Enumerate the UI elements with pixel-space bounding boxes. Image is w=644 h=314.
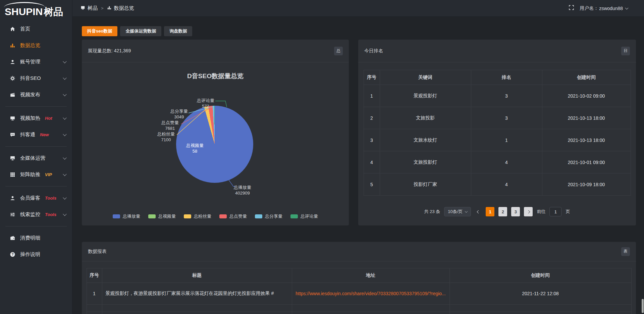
new-badge: New: [40, 132, 49, 137]
sidebar-item-clue-monitor[interactable]: 线索监控 Tools: [0, 206, 72, 223]
chevron-right-icon: [527, 210, 530, 213]
sidebar-item-label: 会员爆客: [20, 195, 40, 201]
table-row: 4 文旅投影灯 4 2021-10-01 09:00: [364, 151, 631, 173]
table-cell: 2021-10-13 18:00: [542, 129, 631, 151]
legend-item[interactable]: 总评论量: [290, 213, 318, 219]
table-badge-button[interactable]: 表: [621, 247, 630, 256]
day-badge-button[interactable]: 日: [621, 47, 630, 55]
breadcrumb-item-shupin[interactable]: 树品: [80, 5, 98, 11]
goto-suffix: 页: [566, 209, 570, 215]
content: 抖音seo数据 全媒体运营数据 询盘数据 展现量总数: 421,369 总 D音…: [72, 17, 644, 314]
sidebar-item-expense-detail[interactable]: 消费明细: [0, 230, 72, 246]
scrollbar-thumb[interactable]: [642, 299, 644, 313]
tab-douyin-seo-data[interactable]: 抖音seo数据: [82, 26, 117, 36]
username-label: 用户名：: [580, 5, 598, 11]
legend-item[interactable]: 总分享量: [255, 213, 282, 219]
tab-inquiry-data[interactable]: 询盘数据: [164, 26, 192, 36]
breadcrumb-item-data-overview[interactable]: 数据总览: [107, 5, 134, 11]
member-icon: [9, 195, 15, 201]
breadcrumb-label: 树品: [88, 5, 98, 11]
page-button-3[interactable]: 3: [511, 207, 520, 216]
grid-icon: [9, 172, 15, 178]
sidebar-item-account[interactable]: 账号管理: [0, 54, 72, 70]
gear-icon: [9, 75, 15, 82]
sidebar-item-label: 抖客通: [20, 132, 35, 138]
prev-page-button[interactable]: [475, 207, 482, 216]
pie-label-videos: 总视频量58: [186, 143, 204, 154]
pagination: 共 23 条 10条/页 1 2 3 前往 页: [358, 207, 636, 216]
column-header: 关键词: [380, 70, 471, 85]
table-cell: 4: [471, 151, 542, 173]
sidebar-item-member-baoke[interactable]: 会员爆客 Tools: [0, 190, 72, 206]
legend-swatch: [219, 214, 227, 218]
pie-label-fans: 总粉丝量7100: [157, 131, 175, 143]
sidebar-item-label: 矩阵助推: [20, 171, 40, 178]
sidebar-item-douyin-seo[interactable]: 抖音SEO: [0, 70, 72, 87]
board-icon: [80, 5, 85, 11]
video-url-link[interactable]: https://www.iesdouyin.com/share/video/70…: [292, 283, 449, 305]
total-badge-button[interactable]: 总: [334, 47, 343, 55]
legend-item[interactable]: 总点赞量: [219, 213, 247, 219]
user-menu[interactable]: 用户名：zswodun88: [580, 5, 628, 11]
sidebar-divider: [5, 106, 67, 107]
sidebar-item-douketong[interactable]: 抖客通 New: [0, 126, 72, 143]
table-row: 2 文旅投影 3 2021-10-13 18:00: [364, 107, 631, 129]
sidebar-item-video-publish[interactable]: 视频发布: [0, 87, 72, 103]
pie-label-likes: 总点赞量7681: [161, 120, 179, 131]
sidebar-item-label: 首页: [20, 26, 30, 32]
pie-label-shares: 总分享量3049: [170, 108, 188, 120]
vip-badge: VIP: [45, 172, 52, 177]
column-header: 序号: [364, 70, 380, 85]
sidebar-item-omnimedia[interactable]: 全媒体运营: [0, 150, 72, 166]
report-card-title: 数据报表: [88, 249, 107, 255]
fullscreen-icon[interactable]: [569, 5, 574, 12]
goto-page-input[interactable]: [549, 207, 561, 216]
sidebar-divider: [5, 146, 67, 147]
chevron-left-icon: [477, 210, 480, 213]
page-scrollbar: [641, 0, 644, 314]
logo-arc-decoration: [4, 2, 45, 7]
pie-label-plays: 总播放量402909: [234, 185, 251, 196]
sidebar-divider: [5, 226, 67, 226]
username-value: zswodun88: [599, 6, 623, 11]
pagination-total: 共 23 条: [424, 209, 440, 215]
table-cell: 3: [364, 129, 380, 151]
chart-legend: 总播放量 总视频量 总粉丝量 总点赞量 总分享量 总评论量: [82, 213, 349, 219]
sidebar-nav: 首页 数据总览 账号管理 抖音SEO 视频发布: [0, 21, 72, 263]
legend-item[interactable]: 总播放量: [113, 213, 140, 219]
chevron-down-icon: [63, 76, 66, 80]
column-header: 标题: [102, 268, 292, 283]
ranking-table: 序号 关键词 排名 创建时间 1 景观投影灯 3 2021-10: [364, 70, 631, 196]
table-cell: 1: [87, 283, 102, 305]
tab-omnimedia-data[interactable]: 全媒体运营数据: [120, 26, 161, 36]
table-cell: 1: [364, 85, 380, 107]
legend-item[interactable]: 总粉丝量: [184, 213, 211, 219]
page-button-2[interactable]: 2: [498, 207, 507, 216]
top-row: 展现量总数: 421,369 总 D音SEO数据量总览 总评论量572: [82, 40, 636, 225]
next-page-button[interactable]: [524, 207, 533, 216]
ranking-card-title: 今日排名: [364, 48, 383, 54]
sidebar-item-label: 视频加热: [20, 115, 40, 121]
sidebar-item-label: 视频发布: [20, 92, 40, 98]
pie-label-comments: 总评论量572: [197, 98, 214, 109]
sidebar-item-data-overview[interactable]: 数据总览: [0, 37, 72, 54]
sidebar-item-matrix-boost[interactable]: 矩阵助推 VIP: [0, 166, 72, 183]
legend-item[interactable]: 总视频量: [148, 213, 176, 219]
sidebar-item-home[interactable]: 首页: [0, 21, 72, 37]
table-row: 5 投影灯厂家 4 2021-10-09 18:00: [364, 173, 631, 196]
legend-swatch: [148, 214, 156, 218]
chevron-down-icon: [63, 59, 66, 63]
sidebar-item-label: 消费明细: [20, 235, 40, 241]
sidebar-item-label: 数据总览: [20, 42, 40, 49]
table-cell: 景观投影灯: [380, 85, 471, 107]
logo-text-cn: 树品: [44, 6, 63, 17]
sidebar-item-help[interactable]: ? 操作说明: [0, 246, 72, 263]
logo-text-en: SHUPIN: [5, 6, 43, 17]
page-size-select[interactable]: 10条/页: [444, 207, 471, 216]
table-cell: 2021-10-01 09:00: [542, 151, 631, 173]
sidebar-item-video-heat[interactable]: 视频加热 Hot: [0, 110, 72, 126]
page-button-1[interactable]: 1: [486, 207, 494, 216]
column-header: 地址: [292, 268, 449, 283]
table-cell: 1: [471, 129, 542, 151]
table-header-row: 序号 标题 地址 创建时间: [87, 268, 631, 283]
